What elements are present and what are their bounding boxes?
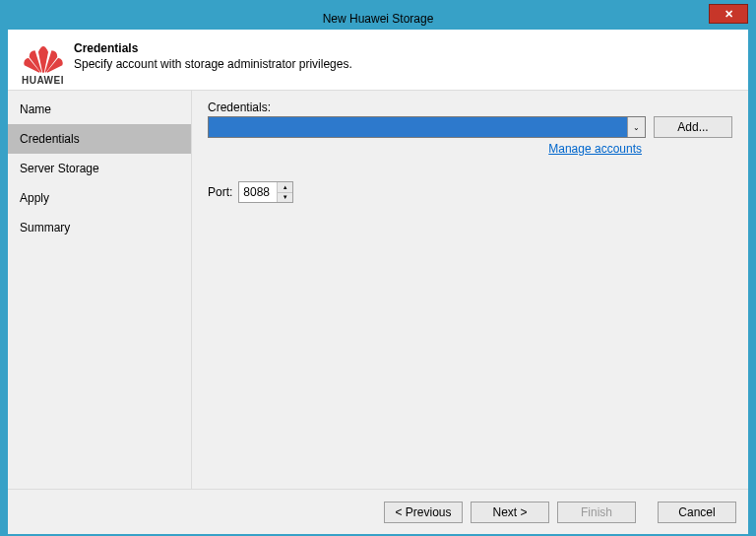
close-icon: ✕ bbox=[724, 8, 733, 21]
huawei-icon bbox=[23, 44, 64, 74]
sidebar-item-server-storage[interactable]: Server Storage bbox=[8, 154, 191, 183]
port-step-up-icon[interactable]: ▲ bbox=[278, 182, 292, 193]
window-title: New Huawei Storage bbox=[323, 12, 434, 26]
next-button[interactable]: Next > bbox=[471, 502, 549, 523]
port-input[interactable] bbox=[239, 182, 277, 202]
port-step-down-icon[interactable]: ▼ bbox=[278, 193, 292, 203]
wizard-footer: < Previous Next > Finish Cancel bbox=[8, 489, 748, 534]
titlebar: New Huawei Storage ✕ bbox=[8, 8, 748, 30]
add-button[interactable]: Add... bbox=[654, 116, 732, 138]
wizard-window: HUAWEI Credentials Specify account with … bbox=[8, 30, 748, 534]
close-button[interactable]: ✕ bbox=[709, 4, 748, 24]
page-subtitle: Specify account with storage administrat… bbox=[74, 57, 352, 71]
wizard-header: HUAWEI Credentials Specify account with … bbox=[8, 30, 748, 91]
credentials-label: Credentials: bbox=[208, 100, 732, 114]
sidebar-item-credentials[interactable]: Credentials bbox=[8, 124, 191, 154]
chevron-down-icon[interactable]: ⌄ bbox=[627, 117, 645, 137]
manage-accounts-link[interactable]: Manage accounts bbox=[208, 142, 732, 156]
finish-button: Finish bbox=[557, 502, 636, 523]
sidebar-item-name[interactable]: Name bbox=[8, 95, 191, 124]
wizard-content: Credentials: ⌄ Add... Manage accounts Po… bbox=[191, 91, 748, 489]
sidebar-item-apply[interactable]: Apply bbox=[8, 183, 191, 213]
port-label: Port: bbox=[208, 185, 232, 199]
previous-button[interactable]: < Previous bbox=[384, 502, 463, 523]
vendor-logo: HUAWEI bbox=[16, 37, 70, 92]
wizard-sidebar: Name Credentials Server Storage Apply Su… bbox=[8, 91, 191, 489]
vendor-logo-text: HUAWEI bbox=[22, 75, 64, 86]
credentials-dropdown[interactable]: ⌄ bbox=[208, 116, 646, 138]
port-stepper[interactable]: ▲ ▼ bbox=[238, 181, 293, 203]
page-title: Credentials bbox=[74, 41, 352, 55]
sidebar-item-summary[interactable]: Summary bbox=[8, 213, 191, 242]
cancel-button[interactable]: Cancel bbox=[658, 502, 736, 523]
